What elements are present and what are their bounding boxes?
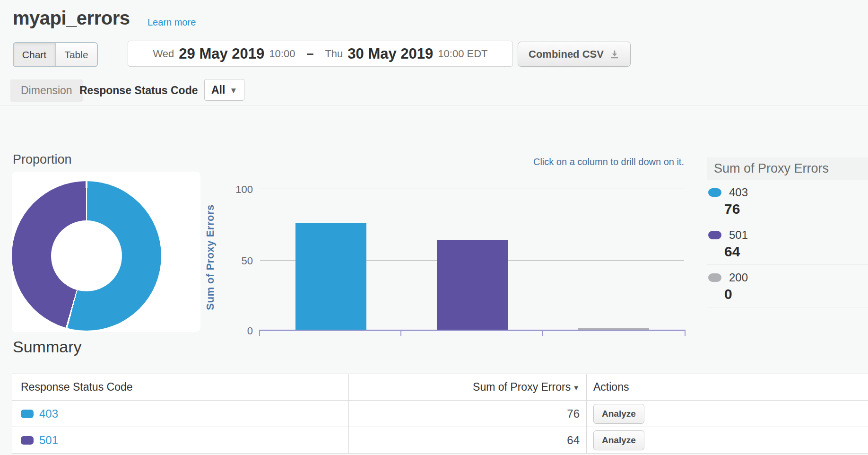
date-range-separator: – xyxy=(306,46,313,61)
y-tick-50: 50 xyxy=(220,255,253,267)
legend-label: 501 xyxy=(729,228,748,242)
toolbar-divider xyxy=(0,75,868,75)
gridline-100 xyxy=(260,189,684,189)
x-axis-tick xyxy=(400,331,401,336)
col-header-actions: Actions xyxy=(593,381,629,394)
row-value: 76 xyxy=(567,407,580,420)
legend-title: Sum of Proxy Errors xyxy=(707,158,868,180)
legend-item-200: 200 0 xyxy=(707,265,868,307)
sort-desc-icon: ▼ xyxy=(573,383,580,392)
end-day: Thu xyxy=(325,48,343,60)
donut-hole xyxy=(51,220,122,291)
legend-item-403: 403 76 xyxy=(707,180,868,222)
table-row-501: 501 64 Analyze xyxy=(12,427,868,453)
row-swatch-403 xyxy=(21,410,34,418)
legend-label: 403 xyxy=(729,186,748,199)
col-header-response-status-code: Response Status Code xyxy=(21,381,133,394)
combined-csv-label: Combined CSV xyxy=(529,48,604,61)
combined-csv-button[interactable]: Combined CSV xyxy=(518,42,631,67)
dimension-filter-value: All xyxy=(211,84,225,96)
report-page: myapi_errors Learn more Chart Table Wed … xyxy=(0,0,868,455)
analyze-button-403[interactable]: Analyze xyxy=(593,404,644,424)
end-time: 10:00 EDT xyxy=(438,48,487,60)
dimension-name: Response Status Code xyxy=(79,84,198,97)
drilldown-note: Click on a column to drill down on it. xyxy=(448,157,684,167)
download-icon xyxy=(609,49,620,60)
legend-value: 76 xyxy=(724,201,868,217)
legend-panel: Sum of Proxy Errors 403 76 501 64 200 0 xyxy=(707,158,868,307)
end-date: 30 May 2019 xyxy=(347,45,433,62)
learn-more-link[interactable]: Learn more xyxy=(148,17,196,28)
table-header-row: Response Status Code Sum of Proxy Errors… xyxy=(12,374,868,400)
row-link-403[interactable]: 403 xyxy=(39,407,58,420)
start-time: 10:00 xyxy=(269,48,295,60)
row-swatch-501 xyxy=(21,436,34,445)
bar-501[interactable] xyxy=(437,240,508,331)
x-axis-tick xyxy=(259,331,260,336)
tab-chart[interactable]: Chart xyxy=(14,43,55,66)
analyze-button-501[interactable]: Analyze xyxy=(593,430,644,450)
bar-403[interactable] xyxy=(295,223,366,331)
legend-item-501: 501 64 xyxy=(707,222,868,265)
dimension-divider xyxy=(0,105,868,105)
date-range-picker[interactable]: Wed 29 May 2019 10:00 – Thu 30 May 2019 … xyxy=(128,41,513,67)
chart-table-toggle: Chart Table xyxy=(13,42,98,67)
legend-swatch-403 xyxy=(708,188,721,197)
start-date: 29 May 2019 xyxy=(179,45,264,62)
col-header-sum-of-proxy-errors[interactable]: Sum of Proxy Errors ▼ xyxy=(349,374,587,400)
x-axis-line xyxy=(259,330,686,331)
summary-title: Summary xyxy=(13,338,81,356)
table-row-403: 403 76 Analyze xyxy=(12,400,868,427)
x-axis-tick xyxy=(542,331,543,336)
dimension-filter-dropdown[interactable]: All ▼ xyxy=(204,79,244,101)
x-axis-tick xyxy=(685,331,686,336)
legend-value: 0 xyxy=(724,286,868,302)
summary-table: Response Status Code Sum of Proxy Errors… xyxy=(12,374,868,454)
dimension-chip: Dimension xyxy=(10,79,83,102)
page-title: myapi_errors xyxy=(13,8,130,29)
legend-swatch-200 xyxy=(708,273,721,282)
tab-table[interactable]: Table xyxy=(55,43,97,66)
y-tick-100: 100 xyxy=(220,184,253,196)
legend-swatch-501 xyxy=(708,231,721,239)
row-value: 64 xyxy=(567,434,580,447)
legend-label: 200 xyxy=(729,271,748,284)
legend-value: 64 xyxy=(724,244,868,260)
start-day: Wed xyxy=(153,48,174,60)
chevron-down-icon: ▼ xyxy=(229,85,237,96)
row-link-501[interactable]: 501 xyxy=(39,434,58,447)
y-tick-0: 0 xyxy=(220,325,253,337)
proportion-title: Proportion xyxy=(13,152,72,167)
